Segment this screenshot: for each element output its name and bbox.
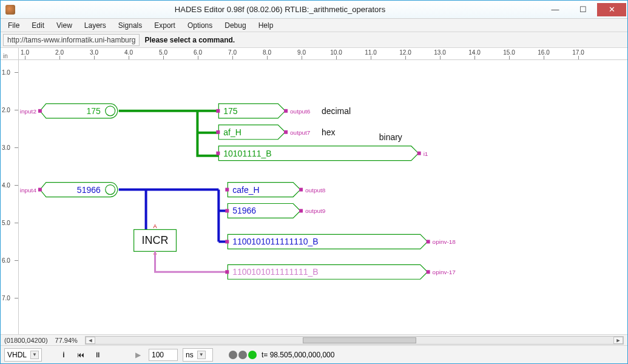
scroll-thumb[interactable] [303, 337, 417, 343]
menu-layers[interactable]: Layers [79, 20, 111, 31]
pause-button[interactable]: ⏸ [92, 349, 104, 361]
port-marker-icon [299, 209, 303, 213]
chevron-down-icon [30, 351, 39, 359]
diagram-svg[interactable]: 175input251966input4175output6decimalaf_… [19, 60, 627, 326]
output-value: 175 [223, 106, 238, 116]
port-label: input2 [20, 108, 37, 115]
svg-rect-7 [225, 240, 229, 243]
h-scrollbar[interactable] [85, 336, 624, 345]
format-value: VHDL [7, 351, 27, 359]
port-label: i1 [424, 150, 428, 157]
sim-time-readout: t= 98.505,000,000,000 [262, 351, 334, 359]
coords-readout: (01800,04200) [4, 337, 48, 344]
menu-debug[interactable]: Debug [220, 20, 251, 31]
svg-point-0 [106, 106, 115, 116]
svg-rect-6 [225, 209, 229, 213]
port-label: output6 [290, 108, 311, 115]
menu-file[interactable]: File [3, 20, 24, 31]
time-unit-select[interactable]: ns [183, 348, 213, 362]
java-icon [5, 5, 15, 15]
menu-help[interactable]: Help [254, 20, 279, 31]
light-green-icon [248, 351, 257, 359]
minimize-button[interactable] [541, 3, 569, 16]
port-label: output7 [290, 129, 311, 136]
output-value: af_H [223, 127, 241, 137]
ruler-unit-label: in [1, 48, 19, 59]
port-marker-icon [38, 109, 42, 113]
titlebar[interactable]: HADES Editor 0.98f (08.02.06) RTLIB:_ari… [1, 1, 627, 19]
output-value: 1100101011111110_B [232, 237, 318, 246]
output-value: cafe_H [232, 185, 259, 195]
command-prompt: Please select a command. [144, 36, 235, 44]
annotation-hex: hex [322, 127, 336, 137]
svg-point-1 [106, 185, 115, 195]
menu-options[interactable]: Options [183, 20, 217, 31]
menubar: File Edit View Layers Signals Export Opt… [1, 19, 627, 32]
main-area: 1.02.03.04.05.06.07.0 175input251966inpu… [1, 60, 627, 334]
port-marker-icon [417, 152, 421, 155]
annotation-binary: binary [379, 132, 402, 142]
app-window: HADES Editor 0.98f (08.02.06) RTLIB:_ari… [0, 0, 628, 364]
menu-view[interactable]: View [52, 20, 77, 31]
port-label: opinv-17 [433, 269, 456, 275]
wire[interactable] [155, 251, 228, 272]
port-label: opinv-18 [433, 238, 456, 245]
output-value: 1100101011111111_B [232, 267, 318, 277]
menu-signals[interactable]: Signals [113, 20, 147, 31]
output-value: 10101111_B [223, 149, 271, 158]
svg-rect-4 [216, 152, 220, 155]
port-a: A [154, 223, 157, 229]
close-button[interactable] [597, 3, 626, 16]
canvas[interactable]: 175input251966input4175output6decimalaf_… [19, 60, 627, 334]
ruler-y: 1.02.03.04.05.06.07.0 [1, 60, 19, 334]
window-buttons [541, 3, 626, 16]
port-marker-icon [38, 188, 42, 192]
port-label: output9 [305, 207, 326, 214]
incr-label: INCR [142, 234, 169, 246]
info-button[interactable]: i [58, 349, 70, 361]
play-button[interactable]: ▶ [132, 349, 144, 361]
port-label: input4 [20, 187, 37, 194]
output-value: 51966 [232, 206, 256, 215]
menu-export[interactable]: Export [149, 20, 180, 31]
ruler-top: in 1.02.03.04.05.06.07.08.09.010.011.012… [1, 48, 627, 60]
zoom-readout: 77.94% [55, 337, 78, 344]
port-marker-icon [427, 240, 430, 243]
input-box[interactable] [40, 104, 118, 118]
status-row: (01800,04200) 77.94% [1, 334, 627, 345]
svg-rect-8 [225, 270, 229, 274]
time-unit-value: ns [186, 351, 194, 359]
port-marker-icon [284, 130, 288, 134]
skip-start-button[interactable]: ⏮ [75, 349, 87, 361]
port-label: output8 [305, 187, 326, 194]
chevron-down-icon [197, 351, 206, 359]
light-gray-icon [238, 351, 247, 359]
port-marker-icon [284, 109, 288, 113]
maximize-button[interactable] [569, 3, 597, 16]
format-select[interactable]: VHDL [4, 348, 42, 362]
port-marker-icon [427, 270, 430, 274]
input-value: 175 [86, 106, 101, 116]
svg-rect-5 [225, 188, 229, 192]
bottom-toolbar: VHDL i ⏮ ⏸ ▶ ns t= 98.505,000,000,000 [1, 345, 627, 363]
url-button[interactable]: http://tams-www.informatik.uni-hamburg [3, 34, 140, 46]
svg-rect-3 [216, 130, 220, 134]
time-step-input[interactable] [149, 349, 178, 361]
annotation-decimal: decimal [322, 106, 351, 116]
ruler-x: 1.02.03.04.05.06.07.08.09.010.011.012.01… [19, 48, 627, 59]
window-title: HADES Editor 0.98f (08.02.06) RTLIB:_ari… [19, 5, 541, 14]
scroll-right-button[interactable] [613, 337, 623, 344]
command-bar: http://tams-www.informatik.uni-hamburg P… [1, 32, 627, 48]
menu-edit[interactable]: Edit [27, 20, 49, 31]
sim-lights [229, 351, 257, 359]
input-value: 51966 [77, 185, 101, 195]
svg-rect-2 [216, 109, 220, 113]
port-marker-icon [299, 188, 303, 192]
scroll-left-button[interactable] [86, 337, 95, 344]
light-gray-icon [229, 351, 237, 359]
